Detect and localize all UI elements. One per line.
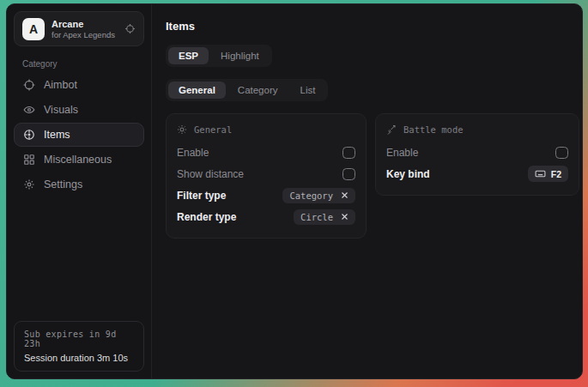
setting-label: Enable bbox=[386, 147, 418, 159]
settings-cards: General Enable Show distance Filter type… bbox=[166, 113, 579, 239]
mode-tabs: ESP Highlight bbox=[166, 45, 272, 67]
sub-expires-text: Sub expires in 9d 23h bbox=[24, 330, 134, 348]
sub-tabs: General Category List bbox=[166, 79, 328, 101]
crosshair-icon bbox=[23, 79, 35, 91]
sidebar-item-label: Visuals bbox=[44, 104, 78, 116]
sidebar: A Arcane for Apex Legends Category Aimbo… bbox=[7, 4, 152, 378]
general-card: General Enable Show distance Filter type… bbox=[166, 113, 367, 239]
tab-general[interactable]: General bbox=[168, 82, 226, 99]
tab-category[interactable]: Category bbox=[227, 82, 288, 99]
app-logo-card: A Arcane for Apex Legends bbox=[14, 11, 144, 46]
keybind-value: F2 bbox=[551, 169, 561, 179]
tag-value: Circle bbox=[300, 212, 333, 222]
gear-icon bbox=[23, 178, 35, 190]
sidebar-item-aimbot[interactable]: Aimbot bbox=[14, 73, 144, 97]
keybind-button[interactable]: F2 bbox=[528, 166, 568, 182]
page-title: Items bbox=[166, 20, 579, 33]
sidebar-item-items[interactable]: Items bbox=[14, 123, 144, 147]
setting-row-render-type: Render type Circle bbox=[177, 206, 355, 227]
setting-label: Filter type bbox=[177, 190, 226, 202]
session-duration-text: Session duration 3m 10s bbox=[24, 353, 134, 363]
subscription-card: Sub expires in 9d 23h Session duration 3… bbox=[14, 321, 144, 372]
setting-row-filter-type: Filter type Category bbox=[177, 184, 355, 206]
remove-icon[interactable] bbox=[341, 213, 349, 221]
sidebar-item-label: Items bbox=[44, 129, 70, 141]
app-window: A Arcane for Apex Legends Category Aimbo… bbox=[6, 3, 583, 379]
battle-enable-checkbox[interactable] bbox=[555, 147, 568, 159]
card-title: Battle mode bbox=[403, 124, 464, 135]
tab-highlight[interactable]: Highlight bbox=[210, 47, 270, 64]
enable-checkbox[interactable] bbox=[342, 147, 355, 159]
sidebar-item-settings[interactable]: Settings bbox=[14, 172, 144, 197]
scope-icon bbox=[124, 23, 136, 34]
show-distance-checkbox[interactable] bbox=[342, 168, 355, 180]
eye-icon bbox=[23, 104, 35, 116]
category-label: Category bbox=[22, 59, 136, 69]
setting-label: Render type bbox=[177, 211, 236, 223]
setting-label: Key bind bbox=[386, 168, 430, 180]
sidebar-item-visuals[interactable]: Visuals bbox=[14, 98, 144, 122]
card-title: General bbox=[194, 124, 232, 135]
app-subtitle: for Apex Legends bbox=[52, 30, 115, 39]
setting-label: Enable bbox=[177, 147, 209, 159]
main-content: Items ESP Highlight General Category Lis… bbox=[152, 4, 583, 378]
sidebar-item-label: Miscellaneous bbox=[44, 154, 112, 166]
tab-esp[interactable]: ESP bbox=[168, 47, 209, 64]
target-icon bbox=[23, 129, 35, 141]
sidebar-item-miscellaneous[interactable]: Miscellaneous bbox=[14, 148, 144, 172]
setting-label: Show distance bbox=[177, 168, 244, 180]
grid-icon bbox=[23, 154, 35, 166]
render-type-tag[interactable]: Circle bbox=[294, 209, 355, 225]
remove-icon[interactable] bbox=[341, 191, 349, 199]
battle-mode-card: Battle mode Enable Key bind bbox=[375, 113, 579, 196]
setting-row-enable: Enable bbox=[386, 142, 568, 163]
sun-icon bbox=[177, 124, 187, 135]
sword-icon bbox=[386, 124, 397, 135]
tab-list[interactable]: List bbox=[290, 82, 326, 99]
app-logo: A bbox=[22, 18, 45, 40]
tag-value: Category bbox=[289, 190, 333, 201]
setting-row-show-distance: Show distance bbox=[177, 163, 355, 184]
sidebar-item-label: Settings bbox=[44, 178, 82, 190]
keyboard-icon bbox=[535, 168, 546, 179]
app-name: Arcane bbox=[52, 19, 115, 29]
filter-type-tag[interactable]: Category bbox=[282, 188, 355, 203]
setting-row-key-bind: Key bind F2 bbox=[386, 163, 568, 184]
sidebar-nav: Aimbot Visuals Items bbox=[14, 73, 144, 197]
sidebar-item-label: Aimbot bbox=[44, 79, 77, 91]
setting-row-enable: Enable bbox=[177, 142, 355, 163]
